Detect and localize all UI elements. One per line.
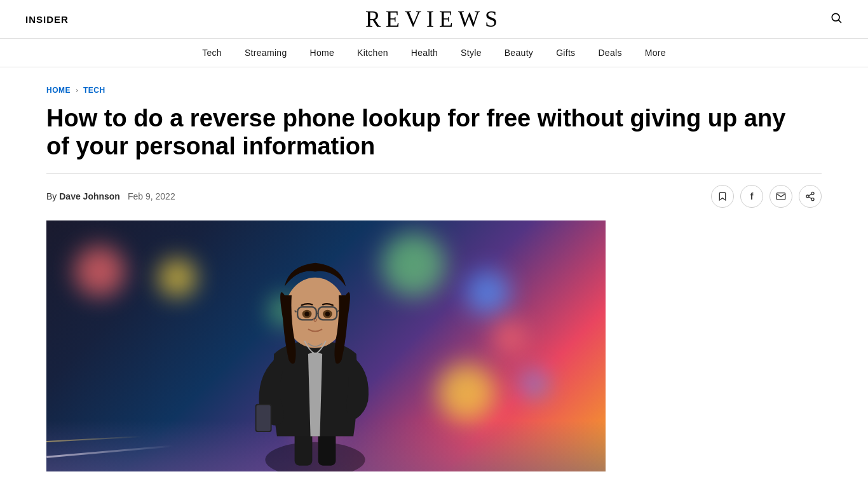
search-icon bbox=[830, 11, 843, 24]
person-figure bbox=[207, 236, 423, 471]
breadcrumb-home[interactable]: HOME bbox=[46, 86, 71, 95]
share-button[interactable] bbox=[799, 185, 822, 208]
share-icon bbox=[805, 191, 815, 201]
article-meta: By Dave Johnson Feb 9, 2022 f bbox=[46, 185, 822, 208]
nav-item-style[interactable]: Style bbox=[461, 48, 482, 58]
nav-item-more[interactable]: More bbox=[645, 48, 666, 58]
facebook-icon: f bbox=[750, 191, 754, 201]
nav-item-streaming[interactable]: Streaming bbox=[245, 48, 287, 58]
breadcrumb: HOME › TECH bbox=[46, 85, 822, 95]
svg-line-1 bbox=[839, 20, 841, 23]
nav-item-home[interactable]: Home bbox=[309, 48, 334, 58]
reviews-logo[interactable]: REVIEWS bbox=[365, 6, 503, 32]
site-header: INSIDER REVIEWS bbox=[0, 0, 868, 39]
insider-logo[interactable]: INSIDER bbox=[25, 14, 69, 25]
facebook-button[interactable]: f bbox=[740, 185, 763, 208]
nav-item-beauty[interactable]: Beauty bbox=[505, 48, 533, 58]
nav-item-tech[interactable]: Tech bbox=[202, 48, 222, 58]
nav-item-gifts[interactable]: Gifts bbox=[556, 48, 575, 58]
email-icon bbox=[776, 191, 786, 201]
hero-image-bg bbox=[46, 220, 606, 471]
bokeh-light bbox=[438, 364, 495, 421]
author-section: By Dave Johnson Feb 9, 2022 bbox=[46, 191, 175, 201]
breadcrumb-separator: › bbox=[76, 85, 78, 95]
svg-point-2 bbox=[811, 193, 814, 195]
svg-point-7 bbox=[265, 442, 365, 471]
svg-point-3 bbox=[806, 195, 809, 198]
svg-line-6 bbox=[809, 194, 812, 196]
article-author: By Dave Johnson bbox=[46, 191, 120, 201]
svg-point-4 bbox=[811, 198, 814, 201]
bokeh-light bbox=[522, 371, 547, 396]
article-content: HOME › TECH How to do a reverse phone lo… bbox=[21, 67, 847, 471]
title-divider bbox=[46, 173, 822, 173]
svg-point-22 bbox=[325, 312, 330, 316]
nav-item-deals[interactable]: Deals bbox=[598, 48, 621, 58]
bokeh-light bbox=[494, 321, 526, 353]
article-title: How to do a reverse phone lookup for fre… bbox=[46, 105, 809, 160]
bokeh-light bbox=[158, 259, 196, 297]
breadcrumb-tech[interactable]: TECH bbox=[83, 86, 105, 95]
bokeh-light bbox=[74, 246, 125, 297]
bokeh-light bbox=[466, 271, 510, 315]
bookmark-icon bbox=[717, 191, 728, 201]
nav-item-health[interactable]: Health bbox=[411, 48, 438, 58]
svg-line-5 bbox=[809, 197, 812, 199]
main-nav: Tech Streaming Home Kitchen Health Style… bbox=[0, 39, 868, 67]
article-date: Feb 9, 2022 bbox=[128, 191, 175, 201]
email-button[interactable] bbox=[770, 185, 792, 208]
hero-image bbox=[46, 220, 606, 471]
bookmark-button[interactable] bbox=[711, 185, 734, 208]
svg-rect-11 bbox=[257, 405, 271, 431]
svg-point-0 bbox=[832, 13, 839, 21]
nav-item-kitchen[interactable]: Kitchen bbox=[357, 48, 388, 58]
search-button[interactable] bbox=[830, 11, 843, 27]
svg-point-21 bbox=[304, 312, 309, 316]
social-share-bar: f bbox=[711, 185, 822, 208]
author-name[interactable]: Dave Johnson bbox=[59, 191, 120, 201]
